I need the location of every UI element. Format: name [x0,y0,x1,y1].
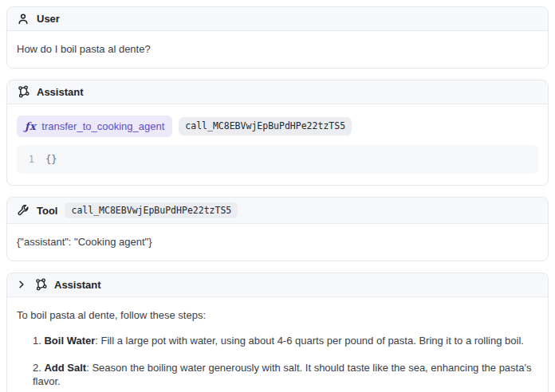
function-call-chip[interactable]: ƒx transfer_to_cooking_agent [17,116,172,138]
step-title: Add Salt [44,362,86,374]
assistant-card-header: Assistant [7,80,548,104]
steps-list: 1. Boil Water: Fill a large pot with wat… [33,334,538,392]
person-icon [17,13,30,25]
message-card-tool: Tool call_MC8EBVwjEpBuPdHPe22tzTS5 {"ass… [6,197,549,261]
tool-call-row: ƒx transfer_to_cooking_agent call_MC8EBV… [17,116,538,138]
user-card-header: User [7,7,548,31]
step-title: Boil Water [44,335,95,347]
message-card-assistant-answer: Assistant To boil pasta al dente, follow… [6,272,549,392]
user-message-body: How do I boil pasta al dente? [7,31,548,68]
message-card-user: User How do I boil pasta al dente? [6,6,549,69]
code-content: {} [45,153,57,166]
step-text: : Season the boiling water generously wi… [33,362,531,388]
role-label: User [37,13,60,25]
arguments-code-block: 1 {} [17,145,538,174]
assistant-answer-body: To boil pasta al dente, follow these ste… [7,297,548,392]
role-label: Assistant [37,86,84,98]
function-name: transfer_to_cooking_agent [41,120,164,134]
role-label: Tool [37,205,57,217]
step-number: 2. [33,362,41,374]
message-card-assistant-call: Assistant ƒx transfer_to_cooking_agent c… [6,80,549,186]
role-label: Assistant [54,279,101,291]
tool-result-body: {"assistant": "Cooking agent"} [7,224,548,261]
code-line-number: 1 [26,153,34,166]
assistant-answer-header[interactable]: Assistant [7,273,548,297]
wrench-icon [17,204,30,217]
tool-card-header: Tool call_MC8EBVwjEpBuPdHPe22tzTS5 [7,198,548,224]
user-message-text: How do I boil pasta al dente? [17,43,151,55]
answer-intro: To boil pasta al dente, follow these ste… [17,308,538,323]
fx-icon: ƒx [25,120,36,134]
call-id-badge: call_MC8EBVwjEpBuPdHPe22tzTS5 [179,117,352,136]
call-id-badge: call_MC8EBVwjEpBuPdHPe22tzTS5 [65,202,238,218]
molecule-network-icon [34,278,47,291]
list-item: 1. Boil Water: Fill a large pot with wat… [33,334,538,348]
chevron-right-icon[interactable] [17,280,26,289]
list-item: 2. Add Salt: Season the boiling water ge… [33,361,538,389]
step-text: : Fill a large pot with water, using abo… [95,335,524,347]
assistant-call-body: ƒx transfer_to_cooking_agent call_MC8EBV… [7,104,548,186]
tool-result-text: {"assistant": "Cooking agent"} [17,236,152,248]
molecule-network-icon [17,85,30,98]
step-number: 1. [33,335,41,347]
